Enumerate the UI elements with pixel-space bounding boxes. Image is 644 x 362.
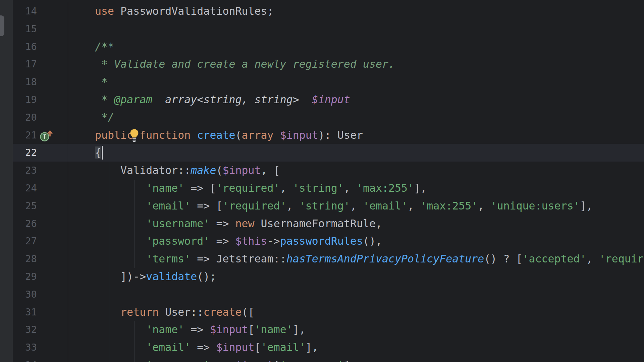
line-number[interactable]: 15 xyxy=(13,20,37,38)
line-number[interactable]: 32 xyxy=(13,321,37,339)
code-token-str: 'email' xyxy=(146,341,191,353)
line-number[interactable]: 18 xyxy=(13,73,37,91)
code-text[interactable] xyxy=(68,286,644,303)
code-text[interactable]: 'name' => $input['name'], xyxy=(68,321,644,339)
line-number[interactable]: 17 xyxy=(13,55,37,73)
line-number[interactable]: 24 xyxy=(13,179,37,197)
implements-overrides-icon[interactable]: I xyxy=(39,128,54,143)
line-number[interactable]: 14 xyxy=(13,2,37,20)
code-token-pl xyxy=(274,129,280,141)
code-token-typ: array<string, string> xyxy=(165,94,299,106)
code-token-var: $this xyxy=(235,235,267,247)
line-number[interactable]: 33 xyxy=(13,339,37,356)
code-token-pl: ], xyxy=(580,200,593,212)
code-text[interactable]: ])->validate(); xyxy=(68,268,644,286)
code-token-cmt xyxy=(299,94,312,106)
code-text[interactable]: */ xyxy=(68,109,644,126)
code-text[interactable]: * Validate and create a newly registered… xyxy=(68,55,644,73)
code-token-pl: User:: xyxy=(159,306,203,318)
code-editor[interactable]: 14use PasswordValidationRules;1516/**17 … xyxy=(13,0,644,362)
code-text[interactable]: * xyxy=(68,73,644,91)
line-number[interactable]: 21 xyxy=(13,126,37,144)
code-token-pl: (), xyxy=(363,235,382,247)
code-token-kw: public function xyxy=(95,129,197,141)
code-token-str: 'required' xyxy=(222,200,286,212)
code-text[interactable]: 'terms' => Jetstream::hasTermsAndPrivacy… xyxy=(68,250,644,268)
code-line-18[interactable]: 18 * xyxy=(13,73,644,91)
line-number[interactable]: 27 xyxy=(13,232,37,250)
code-token-var: $input xyxy=(280,129,318,141)
code-token-var: $input xyxy=(216,341,254,353)
gutter-icon-area xyxy=(37,2,68,20)
code-line-17[interactable]: 17 * Validate and create a newly registe… xyxy=(13,55,644,73)
line-number[interactable]: 31 xyxy=(13,303,37,321)
code-token-pl: => xyxy=(184,323,210,336)
line-number[interactable]: 19 xyxy=(13,91,37,109)
line-number[interactable]: 25 xyxy=(13,197,37,215)
code-line-25[interactable]: 25 'email' => ['required', 'string', 'em… xyxy=(13,197,644,215)
code-text[interactable]: public function create(array $input): Us… xyxy=(68,126,644,144)
indent-guide xyxy=(135,321,135,362)
code-line-33[interactable]: 33 'email' => $input['email'], xyxy=(13,339,644,356)
code-line-23[interactable]: 23 Validator::make($input, [ xyxy=(13,162,644,179)
code-text[interactable] xyxy=(68,20,644,38)
svg-text:I: I xyxy=(43,133,46,140)
code-token-pl: [ xyxy=(255,341,261,353)
code-text[interactable]: Validator::make($input, [ xyxy=(68,162,644,179)
code-token-cmt xyxy=(152,94,165,106)
code-line-29[interactable]: 29 ])->validate(); xyxy=(13,268,644,286)
code-line-15[interactable]: 15 xyxy=(13,20,644,38)
code-text[interactable]: /** xyxy=(68,38,644,56)
code-line-21[interactable]: 21Ipublic function create(array $input):… xyxy=(13,126,644,144)
code-token-pl: [ xyxy=(274,359,280,362)
code-token-kw: new xyxy=(235,218,254,230)
code-line-30[interactable]: 30 xyxy=(13,286,644,303)
code-text[interactable]: 'email' => $input['email'], xyxy=(68,339,644,356)
code-token-cmt: * xyxy=(95,94,114,106)
code-line-34[interactable]: 34 'username' => $input['username'], xyxy=(13,356,644,362)
code-text[interactable]: 'username' => new UsernameFormatRule, xyxy=(68,215,644,233)
line-number[interactable]: 29 xyxy=(13,268,37,286)
code-token-pl: ], xyxy=(306,341,318,353)
code-token-pl: -> xyxy=(267,235,280,247)
code-text[interactable]: 'email' => ['required', 'string', 'email… xyxy=(68,197,644,215)
line-number[interactable]: 26 xyxy=(13,215,37,233)
code-token-str: 'username' xyxy=(146,218,210,230)
code-token-pl: [ xyxy=(248,323,255,336)
code-line-22[interactable]: 22{ xyxy=(13,144,644,162)
code-token-pl: , [ xyxy=(261,164,280,176)
line-number[interactable]: 30 xyxy=(13,286,37,303)
code-text[interactable]: { xyxy=(68,144,644,162)
line-number[interactable]: 34 xyxy=(13,356,37,362)
code-line-20[interactable]: 20 */ xyxy=(13,109,644,126)
line-number[interactable]: 16 xyxy=(13,38,37,56)
code-line-31[interactable]: 31 return User::create([ xyxy=(13,303,644,321)
code-token-str: 'required' xyxy=(216,182,280,194)
code-text[interactable]: use PasswordValidationRules; xyxy=(68,2,644,20)
line-number[interactable]: 20 xyxy=(13,109,37,126)
code-text[interactable]: 'password' => $this->passwordRules(), xyxy=(68,232,644,250)
line-number[interactable]: 22 xyxy=(13,144,37,162)
indent-guide xyxy=(109,162,109,362)
code-token-pl: , xyxy=(344,182,357,194)
indent-guide xyxy=(135,180,135,268)
code-token-pl: => xyxy=(210,235,235,247)
code-text[interactable]: 'username' => $input['username'], xyxy=(68,356,644,362)
code-text[interactable]: 'name' => ['required', 'string', 'max:25… xyxy=(68,179,644,197)
code-line-32[interactable]: 32 'name' => $input['name'], xyxy=(13,321,644,339)
code-line-27[interactable]: 27 'password' => $this->passwordRules(), xyxy=(13,232,644,250)
intention-bulb-icon[interactable] xyxy=(130,129,139,142)
code-line-16[interactable]: 16/** xyxy=(13,38,644,56)
code-text[interactable]: return User::create([ xyxy=(68,303,644,321)
code-line-26[interactable]: 26 'username' => new UsernameFormatRule, xyxy=(13,215,644,233)
code-line-24[interactable]: 24 'name' => ['required', 'string', 'max… xyxy=(13,179,644,197)
code-line-14[interactable]: 14use PasswordValidationRules; xyxy=(13,2,644,20)
code-line-19[interactable]: 19 * @param array<string, string> $input xyxy=(13,91,644,109)
code-line-28[interactable]: 28 'terms' => Jetstream::hasTermsAndPriv… xyxy=(13,250,644,268)
code-token-str: 'email' xyxy=(146,200,191,212)
left-panel-scrollbar-thumb[interactable] xyxy=(0,15,4,36)
line-number[interactable]: 23 xyxy=(13,162,37,179)
code-text[interactable]: * @param array<string, string> $input xyxy=(68,91,644,109)
line-number[interactable]: 28 xyxy=(13,250,37,268)
gutter-icon-area xyxy=(37,55,68,73)
